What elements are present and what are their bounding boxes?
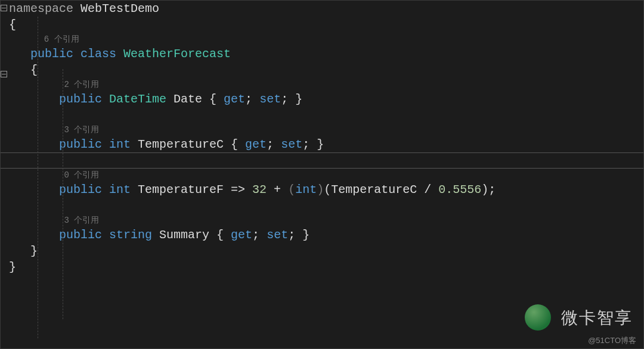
indent-guide [38,17,38,338]
code-editor[interactable]: namespace WebTestDemo { 6 个引用 public cla… [9,1,643,275]
code-line: { [9,62,643,78]
watermark-text: 微卡智享 [561,307,633,329]
code-line: } [9,259,643,275]
code-line: { [9,17,643,33]
code-line: public class WeatherForecast [9,46,643,62]
code-line: public string Summary { get; set; } [9,227,643,243]
code-line: namespace WebTestDemo [9,1,643,17]
fold-toggle-namespace[interactable] [1,5,7,11]
codelens-references[interactable]: 2 个引用 [9,78,643,91]
code-line: public int TemperatureC { get; set; } [9,136,643,152]
code-line: public int TemperatureF => 32 + (int)(Te… [9,182,643,198]
blank-line [9,107,643,123]
fold-toggle-class[interactable] [1,71,7,77]
code-line: public DateTime Date { get; set; } [9,91,643,107]
current-line-highlight [1,152,643,169]
codelens-references[interactable]: 3 个引用 [9,214,643,227]
watermark-logo-icon [525,304,551,331]
codelens-references[interactable]: 0 个引用 [9,169,643,182]
codelens-references[interactable]: 6 个引用 [9,33,643,46]
fold-gutter [1,1,8,348]
blank-line [9,198,643,214]
footer-credit: @51CTO博客 [588,335,636,346]
codelens-references[interactable]: 3 个引用 [9,123,643,136]
indent-guide [63,69,63,319]
code-line: } [9,243,643,259]
